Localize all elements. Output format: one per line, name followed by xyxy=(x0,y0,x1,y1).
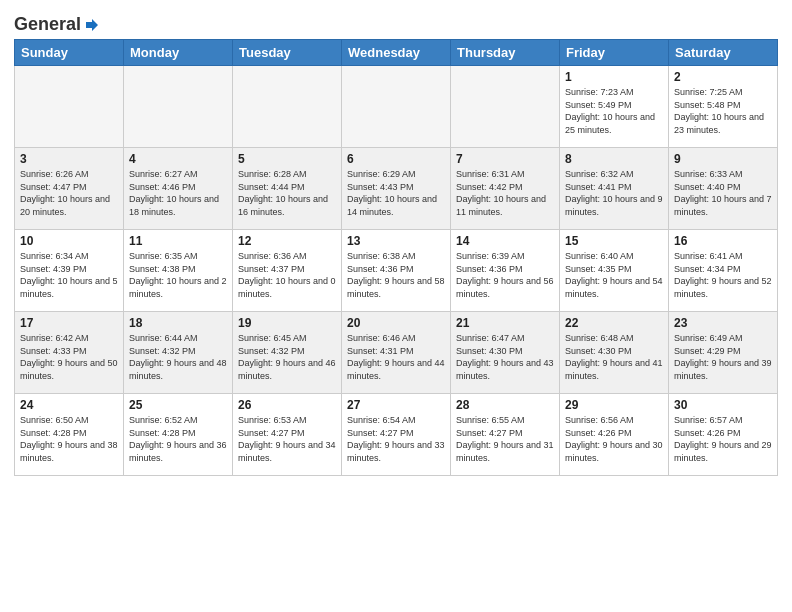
day-number: 18 xyxy=(129,316,227,330)
calendar-week-row: 17Sunrise: 6:42 AM Sunset: 4:33 PM Dayli… xyxy=(15,312,778,394)
day-info: Sunrise: 6:50 AM Sunset: 4:28 PM Dayligh… xyxy=(20,414,118,464)
calendar-cell: 10Sunrise: 6:34 AM Sunset: 4:39 PM Dayli… xyxy=(15,230,124,312)
day-info: Sunrise: 6:49 AM Sunset: 4:29 PM Dayligh… xyxy=(674,332,772,382)
calendar-cell: 20Sunrise: 6:46 AM Sunset: 4:31 PM Dayli… xyxy=(342,312,451,394)
calendar-cell: 28Sunrise: 6:55 AM Sunset: 4:27 PM Dayli… xyxy=(451,394,560,476)
calendar-cell: 3Sunrise: 6:26 AM Sunset: 4:47 PM Daylig… xyxy=(15,148,124,230)
col-header-thursday: Thursday xyxy=(451,40,560,66)
day-info: Sunrise: 6:54 AM Sunset: 4:27 PM Dayligh… xyxy=(347,414,445,464)
day-info: Sunrise: 6:31 AM Sunset: 4:42 PM Dayligh… xyxy=(456,168,554,218)
calendar-cell xyxy=(15,66,124,148)
page-container: General SundayMondayTuesdayWednesdayThur… xyxy=(0,0,792,482)
day-info: Sunrise: 6:39 AM Sunset: 4:36 PM Dayligh… xyxy=(456,250,554,300)
calendar-cell: 29Sunrise: 6:56 AM Sunset: 4:26 PM Dayli… xyxy=(560,394,669,476)
day-info: Sunrise: 6:26 AM Sunset: 4:47 PM Dayligh… xyxy=(20,168,118,218)
logo: General xyxy=(14,14,101,35)
calendar-cell: 24Sunrise: 6:50 AM Sunset: 4:28 PM Dayli… xyxy=(15,394,124,476)
calendar-week-row: 24Sunrise: 6:50 AM Sunset: 4:28 PM Dayli… xyxy=(15,394,778,476)
day-number: 28 xyxy=(456,398,554,412)
day-number: 12 xyxy=(238,234,336,248)
calendar-cell: 4Sunrise: 6:27 AM Sunset: 4:46 PM Daylig… xyxy=(124,148,233,230)
day-number: 15 xyxy=(565,234,663,248)
calendar-cell xyxy=(342,66,451,148)
calendar-cell: 7Sunrise: 6:31 AM Sunset: 4:42 PM Daylig… xyxy=(451,148,560,230)
day-number: 8 xyxy=(565,152,663,166)
day-number: 9 xyxy=(674,152,772,166)
day-info: Sunrise: 6:55 AM Sunset: 4:27 PM Dayligh… xyxy=(456,414,554,464)
calendar-cell: 27Sunrise: 6:54 AM Sunset: 4:27 PM Dayli… xyxy=(342,394,451,476)
day-info: Sunrise: 7:23 AM Sunset: 5:49 PM Dayligh… xyxy=(565,86,663,136)
day-number: 16 xyxy=(674,234,772,248)
day-number: 20 xyxy=(347,316,445,330)
calendar-week-row: 1Sunrise: 7:23 AM Sunset: 5:49 PM Daylig… xyxy=(15,66,778,148)
day-info: Sunrise: 6:41 AM Sunset: 4:34 PM Dayligh… xyxy=(674,250,772,300)
col-header-tuesday: Tuesday xyxy=(233,40,342,66)
day-number: 5 xyxy=(238,152,336,166)
day-number: 22 xyxy=(565,316,663,330)
logo-icon xyxy=(83,16,101,34)
day-info: Sunrise: 6:45 AM Sunset: 4:32 PM Dayligh… xyxy=(238,332,336,382)
calendar-cell: 17Sunrise: 6:42 AM Sunset: 4:33 PM Dayli… xyxy=(15,312,124,394)
logo-general: General xyxy=(14,14,81,35)
day-number: 25 xyxy=(129,398,227,412)
day-number: 27 xyxy=(347,398,445,412)
col-header-friday: Friday xyxy=(560,40,669,66)
day-info: Sunrise: 6:32 AM Sunset: 4:41 PM Dayligh… xyxy=(565,168,663,218)
calendar-cell xyxy=(451,66,560,148)
calendar-cell xyxy=(233,66,342,148)
day-info: Sunrise: 6:46 AM Sunset: 4:31 PM Dayligh… xyxy=(347,332,445,382)
day-number: 30 xyxy=(674,398,772,412)
header: General xyxy=(14,10,778,35)
day-info: Sunrise: 6:42 AM Sunset: 4:33 PM Dayligh… xyxy=(20,332,118,382)
calendar-week-row: 3Sunrise: 6:26 AM Sunset: 4:47 PM Daylig… xyxy=(15,148,778,230)
day-info: Sunrise: 6:33 AM Sunset: 4:40 PM Dayligh… xyxy=(674,168,772,218)
day-number: 17 xyxy=(20,316,118,330)
col-header-monday: Monday xyxy=(124,40,233,66)
day-number: 6 xyxy=(347,152,445,166)
day-number: 11 xyxy=(129,234,227,248)
col-header-wednesday: Wednesday xyxy=(342,40,451,66)
calendar-cell: 15Sunrise: 6:40 AM Sunset: 4:35 PM Dayli… xyxy=(560,230,669,312)
day-number: 10 xyxy=(20,234,118,248)
col-header-saturday: Saturday xyxy=(669,40,778,66)
calendar-cell: 23Sunrise: 6:49 AM Sunset: 4:29 PM Dayli… xyxy=(669,312,778,394)
calendar-cell: 26Sunrise: 6:53 AM Sunset: 4:27 PM Dayli… xyxy=(233,394,342,476)
day-number: 29 xyxy=(565,398,663,412)
day-number: 21 xyxy=(456,316,554,330)
day-number: 23 xyxy=(674,316,772,330)
day-info: Sunrise: 6:57 AM Sunset: 4:26 PM Dayligh… xyxy=(674,414,772,464)
calendar-cell: 19Sunrise: 6:45 AM Sunset: 4:32 PM Dayli… xyxy=(233,312,342,394)
calendar-week-row: 10Sunrise: 6:34 AM Sunset: 4:39 PM Dayli… xyxy=(15,230,778,312)
calendar-cell: 25Sunrise: 6:52 AM Sunset: 4:28 PM Dayli… xyxy=(124,394,233,476)
day-number: 14 xyxy=(456,234,554,248)
calendar-cell: 16Sunrise: 6:41 AM Sunset: 4:34 PM Dayli… xyxy=(669,230,778,312)
calendar-cell: 2Sunrise: 7:25 AM Sunset: 5:48 PM Daylig… xyxy=(669,66,778,148)
day-number: 1 xyxy=(565,70,663,84)
calendar-cell: 8Sunrise: 6:32 AM Sunset: 4:41 PM Daylig… xyxy=(560,148,669,230)
calendar-cell: 1Sunrise: 7:23 AM Sunset: 5:49 PM Daylig… xyxy=(560,66,669,148)
day-info: Sunrise: 6:56 AM Sunset: 4:26 PM Dayligh… xyxy=(565,414,663,464)
day-number: 7 xyxy=(456,152,554,166)
day-info: Sunrise: 6:28 AM Sunset: 4:44 PM Dayligh… xyxy=(238,168,336,218)
day-info: Sunrise: 6:29 AM Sunset: 4:43 PM Dayligh… xyxy=(347,168,445,218)
calendar-cell: 6Sunrise: 6:29 AM Sunset: 4:43 PM Daylig… xyxy=(342,148,451,230)
col-header-sunday: Sunday xyxy=(15,40,124,66)
calendar-cell: 14Sunrise: 6:39 AM Sunset: 4:36 PM Dayli… xyxy=(451,230,560,312)
day-info: Sunrise: 6:48 AM Sunset: 4:30 PM Dayligh… xyxy=(565,332,663,382)
calendar-cell: 21Sunrise: 6:47 AM Sunset: 4:30 PM Dayli… xyxy=(451,312,560,394)
day-info: Sunrise: 6:40 AM Sunset: 4:35 PM Dayligh… xyxy=(565,250,663,300)
calendar-cell xyxy=(124,66,233,148)
calendar-cell: 12Sunrise: 6:36 AM Sunset: 4:37 PM Dayli… xyxy=(233,230,342,312)
day-info: Sunrise: 6:38 AM Sunset: 4:36 PM Dayligh… xyxy=(347,250,445,300)
calendar-cell: 30Sunrise: 6:57 AM Sunset: 4:26 PM Dayli… xyxy=(669,394,778,476)
day-number: 2 xyxy=(674,70,772,84)
calendar-cell: 5Sunrise: 6:28 AM Sunset: 4:44 PM Daylig… xyxy=(233,148,342,230)
day-info: Sunrise: 7:25 AM Sunset: 5:48 PM Dayligh… xyxy=(674,86,772,136)
calendar-cell: 18Sunrise: 6:44 AM Sunset: 4:32 PM Dayli… xyxy=(124,312,233,394)
calendar-table: SundayMondayTuesdayWednesdayThursdayFrid… xyxy=(14,39,778,476)
calendar-cell: 22Sunrise: 6:48 AM Sunset: 4:30 PM Dayli… xyxy=(560,312,669,394)
day-info: Sunrise: 6:36 AM Sunset: 4:37 PM Dayligh… xyxy=(238,250,336,300)
day-number: 19 xyxy=(238,316,336,330)
day-number: 4 xyxy=(129,152,227,166)
day-number: 26 xyxy=(238,398,336,412)
